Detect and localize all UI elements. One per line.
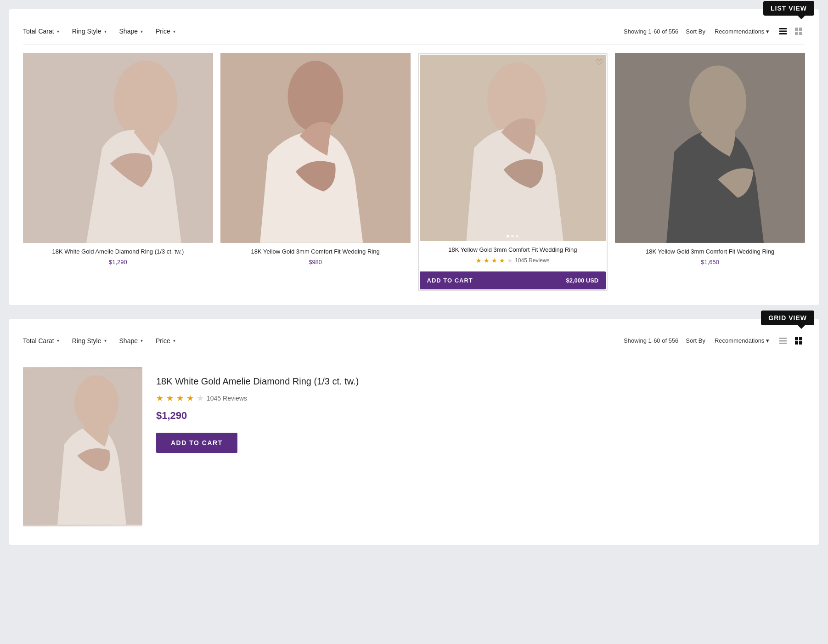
showing-count-top: Showing 1-60 of 556 — [624, 28, 678, 35]
star-1: ★ — [156, 393, 163, 403]
product-price-2: $980 — [222, 259, 409, 266]
chevron-down-icon: ▾ — [173, 338, 175, 343]
filter-ring-style-bottom[interactable]: Ring Style ▾ — [72, 337, 107, 345]
chevron-down-icon: ▾ — [104, 338, 107, 343]
model-silhouette-2 — [220, 53, 411, 243]
svg-rect-3 — [795, 28, 798, 31]
filter-shape-bottom[interactable]: Shape ▾ — [119, 337, 143, 345]
svg-rect-6 — [799, 32, 802, 35]
list-product-image — [23, 367, 142, 526]
product-name-2: 18K Yellow Gold 3mm Comfort Fit Wedding … — [222, 248, 409, 256]
products-grid-top: 18K White Gold Amelie Diamond Ring (1/3 … — [23, 53, 805, 291]
wishlist-button-3[interactable]: ♡ — [596, 57, 603, 68]
svg-rect-21 — [799, 341, 802, 345]
sort-by-label-top: Sort By — [686, 28, 705, 35]
chevron-down-icon: ▾ — [141, 338, 143, 343]
carousel-dots-3 — [507, 235, 518, 237]
product-info-3: 18K Yellow Gold 3mm Comfort Fit Wedding … — [420, 241, 606, 270]
grid-view-button-top[interactable] — [792, 25, 805, 38]
svg-rect-1 — [779, 31, 787, 32]
chevron-down-icon: ▾ — [57, 29, 59, 34]
model-silhouette-1 — [23, 53, 213, 243]
svg-rect-19 — [799, 337, 802, 340]
filter-total-carat[interactable]: Total Carat ▾ — [23, 28, 59, 35]
stars-3: ★ ★ ★ ★ ★ 1045 Reviews — [422, 257, 604, 264]
add-to-cart-bar-3[interactable]: ADD TO CART $2,000 USD — [420, 271, 606, 289]
list-product-price: $1,290 — [156, 410, 805, 422]
add-to-cart-price-3: $2,000 USD — [566, 277, 598, 284]
product-info-4: 18K Yellow Gold 3mm Comfort Fit Wedding … — [615, 243, 805, 268]
product-name-1: 18K White Gold Amelie Diamond Ring (1/3 … — [25, 248, 211, 256]
grid-view-button-bottom[interactable] — [792, 334, 805, 347]
list-icon — [778, 336, 788, 345]
svg-rect-17 — [779, 343, 787, 344]
product-info-1: 18K White Gold Amelie Diamond Ring (1/3 … — [23, 243, 213, 268]
chevron-down-icon: ▾ — [766, 28, 769, 35]
star-half: ★ — [499, 257, 505, 264]
list-view-button-bottom[interactable] — [777, 334, 789, 347]
star-empty: ★ — [507, 257, 513, 264]
list-product-name: 18K White Gold Amelie Diamond Ring (1/3 … — [156, 376, 805, 387]
grid-view-panel: GRID VIEW Total Carat ▾ Ring Style ▾ Sha… — [9, 319, 819, 545]
review-count-3: 1045 Reviews — [515, 257, 549, 264]
product-card-4[interactable]: 18K Yellow Gold 3mm Comfort Fit Wedding … — [615, 53, 805, 291]
list-icon — [778, 27, 788, 36]
showing-count-bottom: Showing 1-60 of 556 — [624, 337, 678, 344]
filter-right-top: Showing 1-60 of 556 Sort By Recommendati… — [624, 25, 805, 38]
filter-total-carat-bottom[interactable]: Total Carat ▾ — [23, 337, 59, 345]
star-3: ★ — [491, 257, 497, 264]
product-name-3: 18K Yellow Gold 3mm Comfort Fit Wedding … — [422, 246, 604, 254]
list-stars: ★ ★ ★ ★ ★ 1045 Reviews — [156, 393, 805, 403]
sort-by-label-bottom: Sort By — [686, 337, 705, 344]
svg-rect-15 — [779, 338, 787, 339]
sort-by-value-top[interactable]: Recommendations ▾ — [715, 28, 769, 35]
filter-right-bottom: Showing 1-60 of 556 Sort By Recommendati… — [624, 334, 805, 347]
product-name-4: 18K Yellow Gold 3mm Comfort Fit Wedding … — [617, 248, 803, 256]
filter-bar-top: Total Carat ▾ Ring Style ▾ Shape ▾ Price… — [23, 18, 805, 45]
product-image-4 — [615, 53, 805, 243]
chevron-down-icon: ▾ — [104, 29, 107, 34]
dot-3 — [516, 235, 518, 237]
grid-icon — [794, 336, 803, 345]
star-half: ★ — [186, 393, 194, 403]
svg-rect-0 — [779, 28, 787, 29]
filter-price[interactable]: Price ▾ — [156, 28, 175, 35]
dot-1 — [507, 235, 509, 237]
star-3: ★ — [176, 393, 184, 403]
list-view-button-top[interactable] — [777, 25, 789, 38]
star-2: ★ — [484, 257, 490, 264]
product-card-3[interactable]: ♡ 18K Yellow Gold 3mm Comfort Fit Weddin… — [418, 53, 608, 291]
filter-shape[interactable]: Shape ▾ — [119, 28, 143, 35]
list-view-label: LIST VIEW — [763, 1, 814, 16]
product-price-1: $1,290 — [25, 259, 211, 266]
product-info-2: 18K Yellow Gold 3mm Comfort Fit Wedding … — [220, 243, 411, 268]
star-1: ★ — [476, 257, 482, 264]
model-silhouette-4 — [615, 53, 805, 243]
product-image-1 — [23, 53, 213, 243]
product-card-1[interactable]: 18K White Gold Amelie Diamond Ring (1/3 … — [23, 53, 213, 291]
star-2: ★ — [166, 393, 174, 403]
grid-view-label: GRID VIEW — [761, 311, 814, 325]
svg-rect-2 — [779, 33, 787, 34]
svg-rect-5 — [795, 32, 798, 35]
list-model-silhouette — [23, 367, 142, 526]
product-image-3 — [420, 55, 606, 241]
svg-rect-18 — [795, 337, 798, 340]
add-to-cart-label-3: ADD TO CART — [427, 277, 473, 284]
star-empty: ★ — [197, 393, 204, 403]
list-add-to-cart-button[interactable]: ADD TO CART — [156, 433, 237, 453]
filter-price-bottom[interactable]: Price ▾ — [156, 337, 175, 345]
svg-rect-20 — [795, 341, 798, 345]
list-product-details: 18K White Gold Amelie Diamond Ring (1/3 … — [156, 367, 805, 453]
product-image-2 — [220, 53, 411, 243]
svg-rect-16 — [779, 340, 787, 341]
dot-2 — [511, 235, 514, 237]
product-card-2[interactable]: 18K Yellow Gold 3mm Comfort Fit Wedding … — [220, 53, 411, 291]
filter-bar-bottom: Total Carat ▾ Ring Style ▾ Shape ▾ Price… — [23, 328, 805, 354]
list-review-count: 1045 Reviews — [207, 395, 247, 402]
list-product-row: 18K White Gold Amelie Diamond Ring (1/3 … — [23, 362, 805, 531]
filter-ring-style[interactable]: Ring Style ▾ — [72, 28, 107, 35]
sort-by-value-bottom[interactable]: Recommendations ▾ — [715, 337, 769, 344]
chevron-down-icon: ▾ — [766, 337, 769, 344]
grid-icon — [794, 27, 803, 36]
